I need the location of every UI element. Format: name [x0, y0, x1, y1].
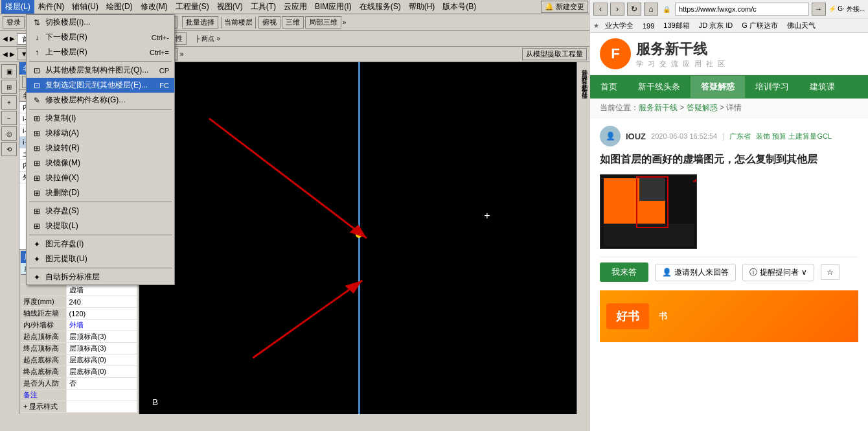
qa-thumbnail[interactable]	[600, 174, 697, 249]
dd-item-block-delete[interactable]: ⊞ 块删除(D)	[27, 185, 174, 200]
qa-image-area	[600, 174, 858, 249]
dd-label: 块旋转(R)	[45, 143, 80, 154]
dd-item-copy-from-floor[interactable]: ⊡ 从其他楼层复制构件图元(Q)... CP	[27, 63, 174, 78]
extend-tool[interactable]: 延伸	[578, 64, 589, 66]
elem-save-icon: ✦	[32, 239, 42, 250]
tool-btn-2[interactable]: ⊞	[1, 80, 17, 94]
menu-aux[interactable]: 辅轴(U)	[68, 0, 102, 14]
attr-value[interactable]: (120)	[66, 308, 137, 320]
menu-version[interactable]: 版本号(B)	[439, 0, 480, 14]
attr-value[interactable]: 层底标高(0)	[66, 355, 137, 366]
tool-btn-6[interactable]: ⟲	[1, 142, 17, 156]
attr-value[interactable]: 240	[66, 296, 137, 308]
copy-to-floor-icon: ⊡	[32, 80, 42, 91]
attr-value[interactable]: 虚墙	[66, 285, 137, 296]
rename-icon: ✎	[32, 95, 42, 106]
menu-component[interactable]: 构件(N)	[34, 0, 69, 14]
dd-item-elem-extract[interactable]: ✦ 图元提取(U)	[27, 251, 174, 266]
home-button[interactable]: ⌂	[644, 3, 658, 16]
dd-item-block-stretch[interactable]: ⊞ 块拉伸(X)	[27, 170, 174, 185]
back-icon-2: ◀ ▶	[3, 51, 15, 58]
break-tool[interactable]: 打断	[578, 71, 589, 74]
dd-item-block-mirror[interactable]: ⊞ 块镜像(M)	[27, 156, 174, 170]
dd-item-prev-floor[interactable]: ↑ 上一楼层(R) Ctrl+=	[27, 45, 174, 60]
menu-tool[interactable]: 工具(T)	[247, 0, 280, 14]
extend-split-tool[interactable]: 延分割	[578, 79, 589, 82]
menu-floor[interactable]: 楼层(L)	[1, 0, 34, 14]
menu-cloud[interactable]: 云应用	[280, 0, 311, 14]
address-input[interactable]	[675, 3, 809, 16]
tool-btn-4[interactable]: −	[1, 111, 17, 125]
bookmark-college[interactable]: 业大学全	[602, 20, 637, 31]
bottom-banner[interactable]: 好书 书	[600, 290, 858, 342]
merge-tool[interactable]: 合并	[578, 75, 589, 78]
tool-btn-3[interactable]: +	[1, 95, 17, 110]
logo-char: F	[611, 45, 619, 62]
dd-item-switch-floor[interactable]: ⇅ 切换楼层(I)...	[27, 15, 174, 30]
batch-select-button[interactable]: 批量选择	[182, 16, 218, 29]
breadcrumb-link-home[interactable]: 服务新干线	[639, 103, 678, 112]
menu-quantity[interactable]: 工程量(S)	[172, 0, 213, 14]
invite-button[interactable]: 👤 邀请别人来回答	[655, 264, 736, 281]
block-rotate-icon: ⊞	[32, 143, 42, 154]
dd-item-rename[interactable]: ✎ 修改楼层构件名称(G)...	[27, 93, 174, 108]
menu-bim[interactable]: BIM应用(I)	[311, 0, 356, 14]
attr-value-blue[interactable]: 外墙	[66, 320, 137, 331]
dd-item-block-rotate[interactable]: ⊞ 块旋转(R)	[27, 141, 174, 156]
dd-item-auto-split[interactable]: ✦ 自动拆分标准层	[27, 270, 174, 285]
refresh-button[interactable]: ↻	[627, 3, 641, 16]
dd-item-next-floor[interactable]: ↓ 下一楼层(R) Ctrl+-	[27, 30, 174, 45]
extract-quantity-button[interactable]: 从模型提取工程量	[522, 48, 587, 60]
bookmark-gld[interactable]: G 广联达市	[738, 20, 781, 31]
answer-button[interactable]: 我来答	[600, 262, 648, 282]
site-logo: F 服务新干线 学 习 交 流 应 用 社 区	[600, 38, 726, 69]
dd-item-block-move[interactable]: ⊞ 块移动(A)	[27, 126, 174, 141]
trim-tool[interactable]: 修剪	[578, 67, 589, 70]
bookmark-email[interactable]: 139邮箱	[660, 20, 692, 31]
local-3d-button[interactable]: 局部三维	[305, 16, 341, 29]
menu-help[interactable]: 帮助(H)	[405, 0, 439, 14]
back-button[interactable]: ‹	[593, 3, 608, 16]
attr-value[interactable]: 否	[66, 378, 137, 390]
new-change-button[interactable]: 🔔 新建变更	[541, 1, 588, 13]
nav-headlines[interactable]: 新干线头条	[628, 76, 691, 98]
attr-value[interactable]	[66, 390, 137, 401]
nav-home[interactable]: 首页	[590, 76, 628, 98]
attr-value[interactable]: 层底标高(0)	[66, 366, 137, 378]
attr-value[interactable]: 层顶标高(3)	[66, 343, 137, 355]
attr-value[interactable]: 层顶标高(3)	[66, 331, 137, 343]
offset-tool[interactable]: 偏移	[578, 87, 589, 89]
bookmark-weather[interactable]: 佛山天气	[784, 20, 819, 31]
bookmark-jd[interactable]: JD 京东 ID	[696, 20, 737, 31]
align-tool[interactable]: 对齐	[578, 83, 589, 86]
tool-btn-5[interactable]: ◎	[1, 126, 17, 141]
dd-item-elem-save[interactable]: ✦ 图元存盘(I)	[27, 237, 174, 251]
canvas-area[interactable]: + C B	[139, 62, 577, 414]
attr-key	[21, 285, 66, 296]
menu-draw[interactable]: 绘图(D)	[102, 0, 137, 14]
menu-view[interactable]: 视图(V)	[213, 0, 247, 14]
nav-architecture[interactable]: 建筑课	[799, 76, 845, 98]
nav-qa[interactable]: 答疑解惑	[691, 76, 745, 98]
login-button[interactable]: 登录	[3, 16, 25, 29]
dd-item-block-extract[interactable]: ⊞ 块提取(L)	[27, 218, 174, 233]
dd-shortcut: FC	[159, 82, 169, 89]
star-button[interactable]: ☆	[821, 264, 839, 280]
dd-item-block-save[interactable]: ⊞ 块存盘(S)	[27, 204, 174, 218]
3d-button[interactable]: 三维	[282, 16, 304, 29]
bird-view-button[interactable]: 俯视	[258, 16, 280, 29]
breadcrumb-link-qa[interactable]: 答疑解惑	[687, 103, 718, 112]
dd-item-copy-to-floor[interactable]: ⊡ 复制选定图元到其他楼层(E)... FC	[27, 78, 174, 93]
nav-training[interactable]: 培训学习	[745, 76, 799, 98]
remind-button[interactable]: ⓘ 提醒提问者 ∨	[742, 264, 814, 281]
attr-value[interactable]	[66, 401, 137, 413]
dd-item-block-copy[interactable]: ⊞ 块复制(I)	[27, 111, 174, 126]
forward-button[interactable]: ›	[610, 3, 624, 16]
menu-modify[interactable]: 修改(M)	[137, 0, 172, 14]
menu-online[interactable]: 在线服务(S)	[356, 0, 405, 14]
search-go-button[interactable]: →	[812, 3, 826, 16]
bookmark-139[interactable]: 199	[639, 21, 657, 30]
tool-btn-1[interactable]: ▣	[1, 64, 17, 78]
block-move-icon: ⊞	[32, 128, 42, 139]
info-icon: ⓘ	[749, 267, 757, 278]
